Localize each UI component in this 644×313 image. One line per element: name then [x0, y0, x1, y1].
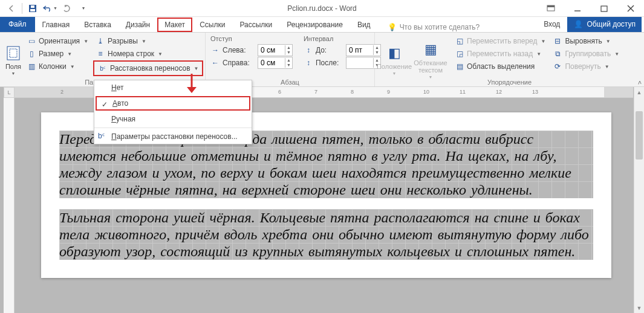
ruler-tick: 12 — [496, 89, 502, 95]
hyph-options-item[interactable]: bᶜПараметры расстановки переносов... — [94, 129, 252, 144]
paragraph-2[interactable]: Тыльная сторона ушей чёрная. Кольцевые п… — [59, 209, 593, 260]
ruler-tick: 2 — [60, 89, 63, 95]
columns-icon: ▥ — [27, 62, 36, 71]
align-icon: ⊟ — [553, 36, 562, 46]
minimize-icon[interactable] — [564, 0, 591, 17]
hyphenation-button[interactable]: bᶜРасстановка переносов▼ — [96, 62, 201, 74]
indent-right-spinner[interactable]: ▲▼ — [258, 57, 293, 69]
group-label-arrange: Упорядочение — [375, 79, 644, 86]
group-paragraph: Отступ → Слева: ▲▼ ← Справа: ▲▼ Интервал… — [206, 33, 375, 86]
align-button[interactable]: ⊟Выровнять▼ — [550, 35, 622, 47]
group-arrange: ◧ Положение▼ ▦ Обтекание текстом▼ ◱Перем… — [375, 33, 644, 86]
ruler-tick: 8 — [351, 89, 354, 95]
undo-icon[interactable]: ▼ — [42, 1, 57, 16]
spacing-after-icon: ↕ — [304, 58, 313, 68]
qat-customize-icon[interactable]: ▾ — [76, 1, 91, 16]
bulb-icon: 💡 — [388, 22, 397, 32]
svg-rect-6 — [601, 6, 607, 11]
group-objects-button: ⧉Группировать▼ — [550, 48, 622, 60]
quick-access-toolbar: ▼ ▾ — [0, 1, 91, 16]
position-icon: ◧ — [386, 45, 403, 62]
rotate-icon: ⟳ — [553, 62, 562, 71]
margins-button[interactable]: Поля ▼ — [5, 35, 22, 85]
sign-in-link[interactable]: Вход — [536, 17, 567, 31]
spacing-before-icon: ↕ — [304, 45, 313, 55]
svg-rect-2 — [31, 5, 34, 8]
orientation-button[interactable]: ▭Ориентация▼ — [24, 35, 91, 47]
window-controls — [538, 0, 644, 17]
ribbon-display-icon[interactable] — [538, 0, 564, 17]
tab-view[interactable]: Вид — [350, 18, 378, 32]
ribbon-tabs: Файл Главная Вставка Дизайн Макет Ссылки… — [0, 17, 644, 33]
hyph-options-icon: bᶜ — [98, 132, 105, 140]
bring-forward-icon: ◱ — [455, 36, 464, 46]
tab-design[interactable]: Дизайн — [119, 18, 157, 32]
breaks-icon: ⤓ — [96, 36, 105, 46]
tab-file[interactable]: Файл — [0, 16, 35, 32]
svg-rect-1 — [30, 9, 35, 11]
selection-pane-button[interactable]: ▤Область выделения — [452, 60, 548, 73]
save-icon[interactable] — [25, 1, 41, 16]
ribbon: Поля ▼ ▭Ориентация▼ ▯Размер▼ ▥Колонки▼ ⤓… — [0, 33, 644, 87]
ruler-tick: 13 — [532, 89, 538, 95]
maximize-icon[interactable] — [591, 0, 617, 17]
indent-left-icon: → — [210, 45, 220, 55]
tell-me-box[interactable]: 💡 Что вы хотите сделать? — [388, 22, 480, 32]
tab-review[interactable]: Рецензирование — [279, 18, 350, 32]
tab-home[interactable]: Главная — [35, 18, 77, 32]
selection-pane-icon: ▤ — [455, 62, 464, 71]
wrap-text-button: ▦ Обтекание текстом▼ — [411, 35, 450, 85]
spacing-header: Интервал — [304, 35, 381, 42]
send-backward-icon: ◲ — [455, 49, 464, 59]
share-button[interactable]: 👤 Общий доступ — [567, 16, 642, 32]
window-title: Pclion.ru.docx - Word — [287, 4, 357, 13]
ruler-tick: 9 — [387, 89, 390, 95]
wrap-icon: ▦ — [422, 41, 439, 58]
indent-header: Отступ — [210, 35, 293, 42]
back-icon[interactable] — [4, 1, 19, 16]
tab-layout[interactable]: Макет — [157, 18, 192, 32]
titlebar: ▼ ▾ Pclion.ru.docx - Word — [0, 0, 644, 17]
hyphenation-icon: bᶜ — [98, 63, 108, 73]
check-icon: ✓ — [102, 100, 108, 109]
columns-button[interactable]: ▥Колонки▼ — [24, 60, 91, 73]
hyph-none-item[interactable]: Нет — [94, 80, 252, 95]
send-backward-button: ◲Переместить назад▼ — [452, 48, 548, 60]
rotate-button: ⟳Повернуть▼ — [550, 60, 622, 73]
scroll-down-icon[interactable]: ▼ — [634, 303, 644, 313]
vertical-scrollbar[interactable]: ▲ ▼ — [634, 87, 644, 313]
line-numbers-icon: ≡ — [96, 49, 105, 59]
line-numbers-button[interactable]: ≡Номера строк▼ — [93, 48, 203, 60]
orientation-icon: ▭ — [27, 36, 36, 46]
ruler-tick: 10 — [423, 89, 429, 95]
hyphenation-dropdown: Нет ✓Авто Ручная bᶜПараметры расстановки… — [94, 80, 252, 144]
svg-rect-4 — [547, 5, 555, 7]
indent-left-spinner[interactable]: ▲▼ — [258, 44, 293, 56]
share-icon: 👤 — [573, 19, 583, 29]
scroll-thumb[interactable] — [636, 111, 643, 160]
tab-insert[interactable]: Вставка — [77, 18, 119, 32]
size-icon: ▯ — [27, 49, 36, 59]
position-button: ◧ Положение▼ — [380, 35, 409, 85]
scroll-up-icon[interactable]: ▲ — [634, 87, 644, 97]
ruler-tick: 11 — [460, 89, 466, 95]
tell-me-placeholder: Что вы хотите сделать? — [400, 23, 480, 31]
tab-mailings[interactable]: Рассылки — [232, 18, 279, 32]
ruler-tick: 6 — [278, 89, 281, 95]
size-button[interactable]: ▯Размер▼ — [24, 48, 91, 60]
breaks-button[interactable]: ⤓Разрывы▼ — [93, 35, 203, 47]
ruler-corner[interactable]: L — [4, 87, 15, 98]
tab-references[interactable]: Ссылки — [192, 18, 232, 32]
group-page-setup: Поля ▼ ▭Ориентация▼ ▯Размер▼ ▥Колонки▼ ⤓… — [0, 33, 206, 86]
group-icon: ⧉ — [553, 49, 562, 59]
close-icon[interactable] — [617, 0, 644, 17]
vertical-ruler[interactable] — [4, 98, 15, 313]
hyph-auto-item[interactable]: ✓Авто — [96, 96, 250, 111]
hyph-manual-item[interactable]: Ручная — [94, 112, 252, 126]
redo-icon[interactable] — [59, 1, 74, 16]
svg-rect-10 — [7, 47, 19, 60]
indent-right-icon: ← — [210, 58, 220, 68]
margins-icon — [5, 45, 22, 62]
ribbon-collapse-icon[interactable]: ᴧ — [638, 79, 642, 85]
ruler-tick: 7 — [314, 89, 317, 95]
